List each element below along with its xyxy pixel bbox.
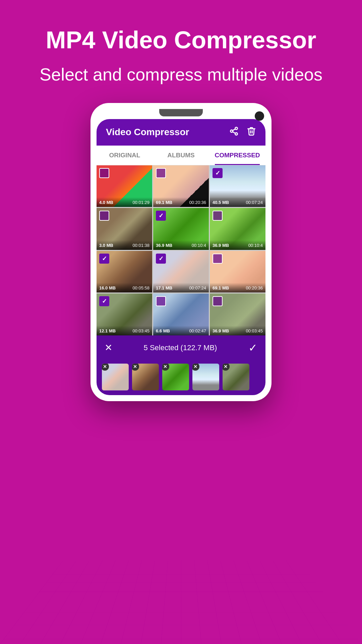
video-checkbox[interactable] — [156, 211, 166, 221]
phone-notch — [159, 109, 203, 116]
video-duration: 00:02:47 — [189, 328, 206, 333]
video-cell[interactable]: 36.9 MB00:10:4 — [153, 208, 209, 250]
video-checkbox[interactable] — [156, 254, 166, 264]
share-icon[interactable] — [229, 126, 239, 138]
video-duration: 00:07:24 — [246, 200, 263, 205]
background-grid — [0, 560, 362, 644]
app-bar-icons — [229, 126, 256, 138]
video-duration: 00:07:24 — [189, 285, 206, 290]
phone-camera — [255, 111, 264, 121]
selected-strip: ✕✕✕✕✕ — [97, 360, 265, 395]
selection-bar: ✕ 5 Selected (122.7 MB) ✓ — [97, 335, 265, 360]
tab-original[interactable]: ORIGINAL — [97, 146, 153, 165]
video-info: 12.1 MB00:03:45 — [97, 326, 152, 335]
video-checkbox[interactable] — [213, 296, 223, 306]
tab-albums[interactable]: ALBUMS — [153, 146, 209, 165]
video-info: 40.5 MB00:07:24 — [210, 197, 265, 207]
phone-wrapper: Video Compressor — [0, 103, 362, 401]
video-size: 3.0 MB — [99, 243, 113, 248]
video-checkbox[interactable] — [99, 211, 109, 221]
video-size: 40.5 MB — [213, 200, 229, 205]
selected-thumb[interactable]: ✕ — [223, 364, 249, 390]
app-bar-title: Video Compressor — [106, 127, 189, 138]
video-duration: 00:03:45 — [246, 328, 263, 333]
video-duration: 00:01:29 — [132, 200, 149, 205]
video-info: 3.0 MB00:01:38 — [97, 240, 152, 250]
selection-close-button[interactable]: ✕ — [105, 342, 112, 353]
video-cell[interactable]: 3.0 MB00:01:38 — [97, 208, 152, 250]
video-grid: 4.0 MB00:01:2969.1 MB00:20:3640.5 MB00:0… — [97, 165, 265, 335]
video-size: 16.0 MB — [99, 285, 116, 290]
selection-confirm-button[interactable]: ✓ — [248, 341, 257, 354]
video-duration: 00:01:38 — [132, 243, 149, 248]
video-checkbox[interactable] — [99, 296, 109, 306]
video-size: 36.9 MB — [156, 243, 172, 248]
video-checkbox[interactable] — [213, 254, 223, 264]
video-checkbox[interactable] — [213, 168, 223, 178]
tabs-bar: ORIGINAL ALBUMS COMPRESSED — [97, 146, 265, 165]
video-size: 69.1 MB — [213, 285, 229, 290]
video-size: 12.1 MB — [99, 328, 116, 333]
video-info: 36.9 MB00:10:4 — [210, 240, 265, 250]
video-info: 36.9 MB00:10:4 — [153, 240, 209, 250]
video-checkbox[interactable] — [99, 254, 109, 264]
delete-icon[interactable] — [247, 126, 256, 138]
video-duration: 00:10:4 — [248, 243, 263, 248]
video-cell[interactable]: 69.1 MB00:20:36 — [153, 165, 209, 207]
video-cell[interactable]: 12.1 MB00:03:45 — [97, 293, 152, 335]
selection-count-text: 5 Selected (122.7 MB) — [144, 343, 217, 352]
video-info: 6.6 MB00:02:47 — [153, 326, 209, 335]
video-duration: 00:20:36 — [246, 285, 263, 290]
video-info: 4.0 MB00:01:29 — [97, 197, 152, 207]
video-cell[interactable]: 36.9 MB00:03:45 — [210, 293, 265, 335]
video-checkbox[interactable] — [156, 168, 166, 178]
video-duration: 00:20:36 — [189, 200, 206, 205]
video-cell[interactable]: 6.6 MB00:02:47 — [153, 293, 209, 335]
video-cell[interactable]: 69.1 MB00:20:36 — [210, 251, 265, 293]
phone-frame: Video Compressor — [90, 103, 272, 401]
video-checkbox[interactable] — [213, 211, 223, 221]
page-subtitle: Select and compress multiple videos — [20, 63, 342, 86]
video-cell[interactable]: 36.9 MB00:10:4 — [210, 208, 265, 250]
video-info: 69.1 MB00:20:36 — [153, 197, 209, 207]
video-duration: 00:05:58 — [132, 285, 149, 290]
video-size: 36.9 MB — [213, 328, 229, 333]
selected-thumb[interactable]: ✕ — [102, 364, 129, 390]
video-size: 17.1 MB — [156, 285, 172, 290]
header-section: MP4 Video Compressor Select and compress… — [0, 0, 362, 103]
selected-thumb[interactable]: ✕ — [132, 364, 159, 390]
video-cell[interactable]: 40.5 MB00:07:24 — [210, 165, 265, 207]
video-checkbox[interactable] — [156, 296, 166, 306]
svg-line-4 — [233, 129, 235, 130]
page-title: MP4 Video Compressor — [20, 27, 342, 53]
video-cell[interactable]: 17.1 MB00:07:24 — [153, 251, 209, 293]
selected-thumb[interactable]: ✕ — [192, 364, 219, 390]
svg-line-3 — [233, 132, 235, 133]
selected-thumb[interactable]: ✕ — [162, 364, 189, 390]
video-size: 36.9 MB — [213, 243, 229, 248]
video-info: 69.1 MB00:20:36 — [210, 283, 265, 292]
video-cell[interactable]: 4.0 MB00:01:29 — [97, 165, 152, 207]
video-cell[interactable]: 16.0 MB00:05:58 — [97, 251, 152, 293]
video-size: 4.0 MB — [99, 200, 113, 205]
video-size: 6.6 MB — [156, 328, 170, 333]
video-info: 17.1 MB00:07:24 — [153, 283, 209, 292]
video-info: 16.0 MB00:05:58 — [97, 283, 152, 292]
phone-screen: Video Compressor — [97, 119, 265, 395]
app-bar: Video Compressor — [97, 119, 265, 146]
video-info: 36.9 MB00:03:45 — [210, 326, 265, 335]
video-duration: 00:03:45 — [132, 328, 149, 333]
tab-compressed[interactable]: COMPRESSED — [209, 146, 265, 165]
video-checkbox[interactable] — [99, 168, 109, 178]
video-duration: 00:10:4 — [192, 243, 206, 248]
video-size: 69.1 MB — [156, 200, 172, 205]
